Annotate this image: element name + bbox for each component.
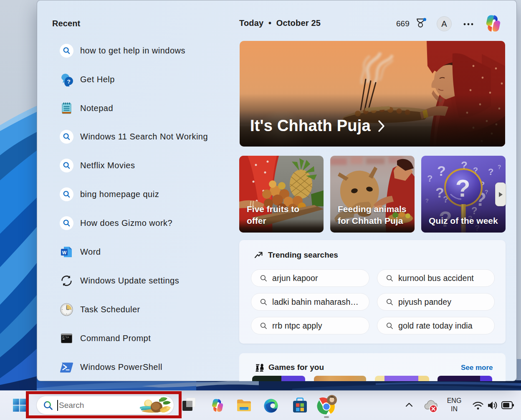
svg-text:C:\>: C:\> [63, 336, 69, 339]
svg-text:?: ? [498, 164, 501, 170]
svg-text:?: ? [488, 167, 493, 177]
svg-text:W: W [62, 250, 67, 255]
svg-text:?: ? [67, 78, 70, 84]
svg-text:?: ? [437, 163, 446, 179]
